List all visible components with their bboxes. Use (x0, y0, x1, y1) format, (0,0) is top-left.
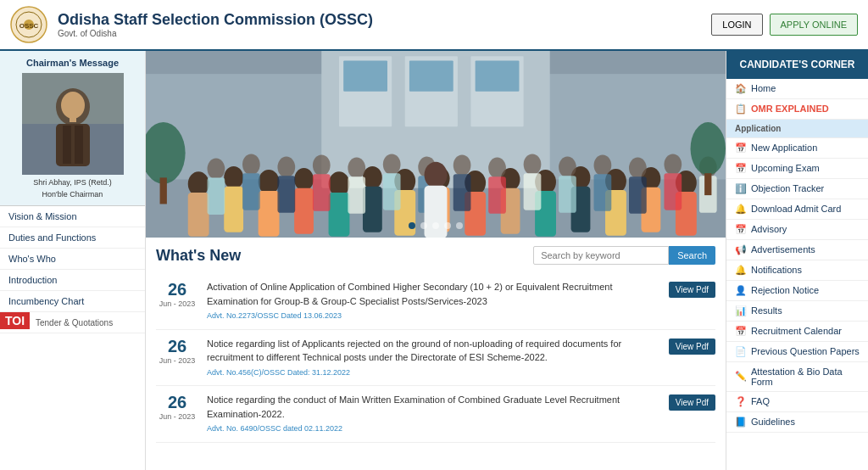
chairman-photo (22, 73, 124, 175)
chairman-photo-placeholder (22, 73, 124, 175)
carousel-dot-4[interactable] (444, 222, 451, 229)
svg-rect-70 (524, 173, 542, 210)
right-nav-new-application[interactable]: 📅New Application (726, 138, 868, 159)
svg-rect-8 (63, 126, 71, 164)
right-nav-home[interactable]: 🏠Home (726, 79, 868, 99)
carousel-dot-3[interactable] (432, 222, 439, 229)
svg-rect-30 (329, 193, 350, 237)
svg-rect-11 (70, 115, 76, 122)
right-nav-rejection-notice[interactable]: 👤Rejection Notice (726, 281, 868, 301)
site-header: OSSC Odisha Staff Selection Commission (… (0, 0, 868, 51)
svg-point-55 (277, 157, 295, 178)
svg-point-69 (524, 154, 542, 175)
news-day-2: 26 (156, 337, 198, 356)
carousel-dot-5[interactable] (456, 222, 463, 229)
news-advt-1: Advt. No.2273/OSSC Dated 13.06.2023 (207, 311, 342, 320)
faq-icon: ❓ (735, 396, 747, 407)
news-month-1: Jun - 2023 (156, 299, 198, 308)
results-icon: 📊 (735, 305, 747, 316)
nav-introduction[interactable]: Introduction (0, 270, 145, 291)
header-actions: LOGIN APPLY ONLINE (711, 14, 858, 36)
site-subtitle: Govt. of Odisha (58, 29, 711, 38)
nav-vision-mission[interactable]: Vision & Mission (0, 206, 145, 227)
right-nav-advisory[interactable]: 📅Advisory (726, 220, 868, 240)
svg-point-53 (242, 154, 260, 175)
banner-area (146, 51, 726, 238)
news-date-1: 26 Jun - 2023 (156, 280, 198, 308)
svg-rect-58 (313, 174, 331, 211)
right-nav-faq[interactable]: ❓FAQ (726, 392, 868, 412)
apply-online-button[interactable]: APPLY ONLINE (770, 14, 858, 36)
right-nav-results[interactable]: 📊Results (726, 301, 868, 322)
whats-new-header: What's New Search (156, 246, 715, 265)
left-sidebar: Chairman's Message (0, 51, 146, 470)
nav-tender-quotations[interactable]: TOI Tender & Quotations (0, 312, 145, 333)
svg-rect-9 (75, 126, 83, 164)
omr-icon: 📋 (735, 104, 747, 115)
svg-rect-66 (453, 174, 471, 211)
svg-rect-28 (294, 188, 314, 234)
search-button[interactable]: Search (669, 246, 715, 265)
advertisements-icon: 📢 (735, 244, 747, 255)
svg-point-25 (259, 170, 280, 194)
svg-point-27 (294, 168, 314, 191)
banner-carousel-dots (409, 222, 463, 229)
login-button[interactable]: LOGIN (711, 14, 762, 36)
svg-point-23 (224, 166, 243, 189)
right-nav-recruitment-calendar[interactable]: 📅Recruitment Calendar (726, 322, 868, 342)
svg-point-59 (348, 158, 365, 179)
attestation-icon: ✏️ (735, 371, 747, 382)
svg-rect-68 (488, 176, 506, 214)
svg-point-10 (61, 92, 85, 119)
advisory-icon: 📅 (735, 224, 747, 235)
svg-rect-52 (208, 177, 225, 215)
right-nav-previous-papers[interactable]: 📄Previous Question Papers (726, 342, 868, 362)
svg-point-85 (691, 122, 726, 175)
svg-point-21 (188, 171, 209, 196)
right-nav-advertisements[interactable]: 📢Advertisements (726, 240, 868, 260)
right-nav-section-application: Application (726, 120, 868, 138)
rejection-icon: 👤 (735, 285, 747, 296)
svg-point-29 (329, 171, 350, 196)
carousel-dot-1[interactable] (409, 222, 415, 229)
right-nav-guidelines[interactable]: 📘Guidelines (726, 412, 868, 433)
right-nav-admit-card[interactable]: 🔔Download Admit Card (726, 199, 868, 220)
svg-rect-60 (348, 176, 365, 214)
view-pdf-button-3[interactable]: View Pdf (669, 394, 715, 411)
chairman-section: Chairman's Message (0, 51, 145, 206)
nav-incumbency-chart[interactable]: Incumbency Chart (0, 291, 145, 312)
news-text-1: Activation of Online Application of Comb… (207, 280, 660, 322)
news-day-1: 26 (156, 280, 198, 299)
svg-rect-62 (383, 173, 401, 210)
site-title-area: Odisha Staff Selection Commission (OSSC)… (58, 11, 711, 38)
center-content: What's New Search 26 Jun - 2023 Activati… (146, 51, 726, 470)
news-date-2: 26 Jun - 2023 (156, 337, 198, 365)
svg-rect-86 (704, 173, 711, 195)
view-pdf-button-2[interactable]: View Pdf (669, 339, 715, 355)
right-nav-omr[interactable]: 📋OMR EXPLAINED (726, 99, 868, 120)
svg-point-51 (208, 159, 225, 180)
news-month-3: Jun - 2023 (156, 412, 198, 421)
right-nav-attestation[interactable]: ✏️Attestation & Bio Data Form (726, 362, 868, 392)
svg-text:OSSC: OSSC (19, 22, 39, 30)
svg-rect-20 (476, 61, 520, 92)
svg-rect-22 (188, 193, 209, 237)
view-pdf-button-1[interactable]: View Pdf (669, 282, 715, 298)
upcoming-exam-icon: 📅 (735, 163, 747, 174)
news-content-2: Notice regarding list of Applicants reje… (207, 339, 621, 363)
right-nav-upcoming-exam[interactable]: 📅Upcoming Exam (726, 159, 868, 179)
news-item-2: 26 Jun - 2023 Notice regarding list of A… (156, 330, 715, 387)
right-nav-objection-tracker[interactable]: ℹ️Objection Tracker (726, 179, 868, 199)
right-nav-notifications[interactable]: 🔔Notifications (726, 260, 868, 281)
search-input[interactable] (533, 246, 669, 265)
carousel-dot-2[interactable] (420, 222, 427, 229)
news-text-2: Notice regarding list of Applicants reje… (207, 337, 660, 379)
nav-duties-functions[interactable]: Duties and Functions (0, 227, 145, 249)
chairman-title: Chairman's Message (7, 58, 138, 68)
news-item-3: 26 Jun - 2023 Notice regarding the condu… (156, 386, 715, 443)
svg-rect-54 (242, 173, 260, 210)
news-date-3: 26 Jun - 2023 (156, 393, 198, 421)
nav-whos-who[interactable]: Who's Who (0, 249, 145, 270)
chairman-role: Hon'ble Chairman (7, 190, 138, 199)
svg-rect-78 (664, 173, 682, 210)
